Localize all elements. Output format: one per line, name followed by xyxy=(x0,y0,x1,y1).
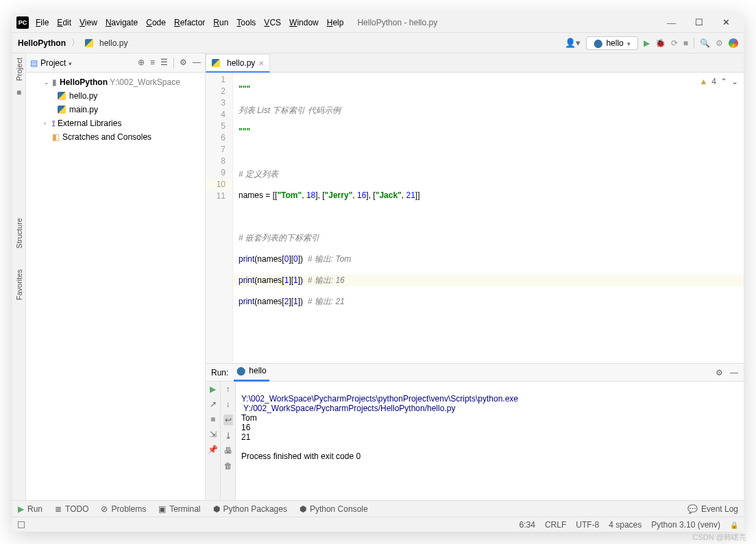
maximize-button[interactable]: ☐ xyxy=(695,17,703,28)
expand-all-icon[interactable]: ≡ xyxy=(150,58,155,69)
interpreter-info[interactable]: Python 3.10 (venv) xyxy=(651,520,720,530)
run-actions-secondary: ↑ ↓ ↩ ⤓ 🖶 🗑 xyxy=(221,382,236,500)
chevron-down-icon[interactable] xyxy=(69,58,72,68)
tree-file-main[interactable]: main.py xyxy=(26,103,205,116)
gear-icon[interactable]: ⚙ xyxy=(716,368,723,378)
file-encoding[interactable]: UTF-8 xyxy=(576,520,599,530)
project-root[interactable]: ⌄ ▮ HelloPython Y:\002_WorkSpace xyxy=(26,75,205,89)
menu-help[interactable]: Help xyxy=(327,18,344,27)
run-tool-tab[interactable]: ▶Run xyxy=(18,504,42,514)
locate-file-icon[interactable]: ⊕ xyxy=(138,58,145,69)
event-log-tool-tab[interactable]: 💬Event Log xyxy=(687,504,738,514)
run-config-selector[interactable]: ⬤ hello xyxy=(586,36,637,50)
menu-window[interactable]: Window xyxy=(289,18,319,27)
tree-file-label: main.py xyxy=(69,105,98,114)
project-root-name: HelloPython xyxy=(60,77,108,87)
stop-button[interactable]: ■ xyxy=(210,415,215,424)
chevron-up-icon[interactable]: ⌃ xyxy=(720,77,727,86)
editor-area: hello.py ✕ 1234567891011 """ 列表 List 下标索… xyxy=(206,53,744,500)
bookmark-icon[interactable]: ■ xyxy=(16,88,21,97)
app-window: PC File Edit View Navigate Code Refactor… xyxy=(12,12,744,532)
hide-panel-icon[interactable]: — xyxy=(193,58,201,69)
restore-layout-icon[interactable]: ⇲ xyxy=(210,430,217,439)
chevron-down-icon[interactable]: ⌄ xyxy=(731,77,738,86)
main-body: Project ■ ▤ Project ⊕ ≡ ☰ ⚙ — xyxy=(12,53,744,500)
soft-wrap-icon[interactable]: ↩ xyxy=(223,415,233,425)
python-file-icon xyxy=(85,39,93,47)
menu-file[interactable]: File xyxy=(36,18,49,27)
structure-tool-tab[interactable]: Structure xyxy=(15,218,23,249)
pin-icon[interactable]: 📌 xyxy=(208,445,218,454)
problems-tool-tab[interactable]: ⊘Problems xyxy=(101,504,146,514)
indent-info[interactable]: 4 spaces xyxy=(609,520,642,530)
user-icon[interactable]: 👤▾ xyxy=(565,38,581,48)
project-root-path: Y:\002_WorkSpace xyxy=(110,77,180,87)
expander-icon[interactable]: › xyxy=(44,120,52,127)
coverage-button[interactable]: ⟳ xyxy=(671,38,678,48)
scratches-icon: ◧ xyxy=(52,132,60,142)
external-libraries[interactable]: › ⟟ External Libraries xyxy=(26,116,205,130)
line-separator[interactable]: CRLF xyxy=(545,520,566,530)
settings-button[interactable]: ⚙ xyxy=(716,38,723,48)
ide-features-icon[interactable] xyxy=(729,38,738,48)
lock-icon[interactable] xyxy=(730,520,738,530)
run-config-label: hello xyxy=(606,38,623,48)
down-button[interactable]: ↓ xyxy=(226,399,230,409)
folder-icon: ▮ xyxy=(52,77,57,87)
editor-gutter: 1234567891011 xyxy=(206,73,233,363)
menu-view[interactable]: View xyxy=(80,18,97,27)
terminal-tool-tab[interactable]: ▣Terminal xyxy=(158,504,200,514)
python-console-tool-tab[interactable]: ⬢Python Console xyxy=(300,504,368,514)
scroll-to-end-icon[interactable]: ⤓ xyxy=(225,431,232,441)
tree-file-label: hello.py xyxy=(69,91,97,101)
expander-icon[interactable]: ⌄ xyxy=(44,79,52,86)
minimize-button[interactable]: — xyxy=(667,17,676,28)
tree-file-hello[interactable]: hello.py xyxy=(26,89,205,103)
scratches-label: Scratches and Consoles xyxy=(62,132,151,142)
modify-options-icon[interactable]: ↗ xyxy=(210,399,217,409)
breadcrumb-project[interactable]: HelloPython xyxy=(18,38,66,48)
status-icon[interactable] xyxy=(18,521,25,528)
run-output[interactable]: Y:\002_WorkSpace\PycharmProjects\pythonP… xyxy=(236,382,744,500)
breadcrumb-file-label: hello.py xyxy=(99,38,127,48)
code-area[interactable]: """ 列表 List 下标索引 代码示例 """ # 定义列表 names =… xyxy=(233,73,744,363)
stop-button[interactable]: ■ xyxy=(683,38,688,48)
close-button[interactable]: ✕ xyxy=(722,17,730,28)
menu-run[interactable]: Run xyxy=(213,18,228,27)
project-tool-tab[interactable]: Project xyxy=(15,58,23,81)
menu-navigate[interactable]: Navigate xyxy=(106,18,138,27)
run-tab[interactable]: ⬤ hello xyxy=(234,364,269,382)
menu-edit[interactable]: Edit xyxy=(57,18,71,27)
output-cmd1: Y:\002_WorkSpace\PycharmProjects\pythonP… xyxy=(241,394,518,404)
app-icon: PC xyxy=(16,16,29,29)
menu-tools[interactable]: Tools xyxy=(236,18,256,27)
chevron-down-icon xyxy=(627,38,631,48)
print-icon[interactable]: 🖶 xyxy=(224,446,232,456)
close-tab-icon[interactable]: ✕ xyxy=(258,60,264,67)
menu-refactor[interactable]: Refactor xyxy=(174,18,205,27)
breadcrumb-file[interactable]: hello.py xyxy=(85,38,127,48)
collapse-all-icon[interactable]: ☰ xyxy=(160,58,168,69)
python-packages-tool-tab[interactable]: ⬢Python Packages xyxy=(213,504,287,514)
gear-icon[interactable]: ⚙ xyxy=(180,58,187,69)
rerun-button[interactable]: ▶ xyxy=(210,384,216,394)
run-button[interactable]: ▶ xyxy=(644,38,650,48)
menu-code[interactable]: Code xyxy=(146,18,166,27)
inspection-marker[interactable]: ▲ 4 ⌃ ⌄ xyxy=(699,77,738,86)
hide-panel-icon[interactable]: — xyxy=(730,368,738,378)
caret-position[interactable]: 6:34 xyxy=(520,520,535,530)
up-button[interactable]: ↑ xyxy=(226,384,230,394)
run-toolwindow-header: Run: ⬤ hello ⚙ — xyxy=(206,364,744,382)
clear-icon[interactable]: 🗑 xyxy=(224,461,232,471)
scratches[interactable]: ◧ Scratches and Consoles xyxy=(26,130,205,144)
favorites-tool-tab[interactable]: Favorites xyxy=(15,269,23,300)
editor-tab-label: hello.py xyxy=(227,58,255,68)
editor-content[interactable]: 1234567891011 """ 列表 List 下标索引 代码示例 """ … xyxy=(206,73,744,363)
menu-vcs[interactable]: VCS xyxy=(264,18,281,27)
project-tree[interactable]: ⌄ ▮ HelloPython Y:\002_WorkSpace hello.p… xyxy=(26,73,205,147)
run-actions-primary: ▶ ↗ ■ ⇲ 📌 xyxy=(206,382,221,500)
search-button[interactable]: 🔍 xyxy=(700,38,710,48)
debug-button[interactable]: 🐞 xyxy=(655,38,666,48)
editor-tab-hello[interactable]: hello.py ✕ xyxy=(206,54,270,73)
todo-tool-tab[interactable]: ≣TODO xyxy=(55,504,88,514)
